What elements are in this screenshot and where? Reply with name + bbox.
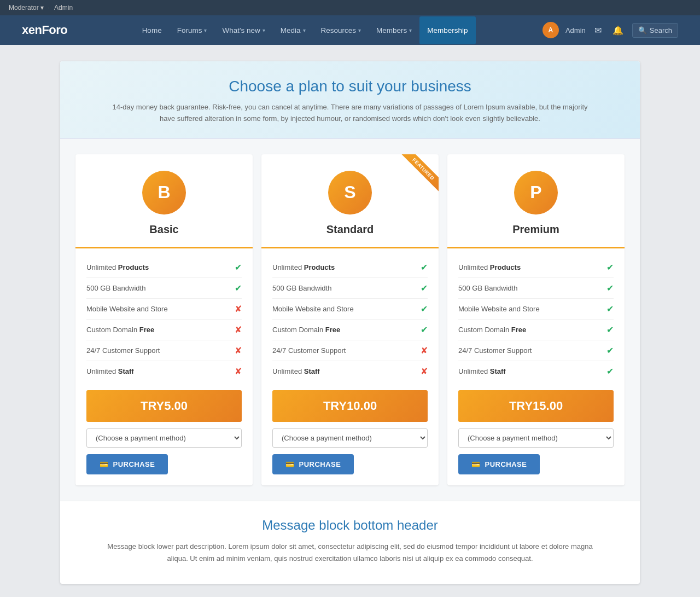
plan-icon-premium: P: [514, 171, 558, 215]
feature-label: 500 GB Bandwidth: [272, 284, 421, 292]
admin-label[interactable]: Admin: [54, 4, 73, 11]
feature-row: Unlimited Products ✔: [458, 257, 614, 278]
feature-label: Custom Domain Free: [458, 326, 606, 334]
check-icon: ✔: [421, 262, 428, 273]
check-icon: ✔: [606, 324, 614, 335]
search-button[interactable]: 🔍 Search: [632, 23, 678, 38]
plan-card-premium: P Premium Unlimited Products ✔ 500 GB Ba…: [447, 154, 625, 485]
plan-card-basic: B Basic Unlimited Products ✔ 500 GB Band…: [75, 154, 253, 485]
purchase-label: PURCHASE: [485, 460, 527, 468]
feature-label: Mobile Website and Store: [86, 305, 235, 313]
message-bottom-text: Message block lower part description. Lo…: [104, 541, 596, 565]
pricing-container: Choose a plan to suit your business 14-d…: [60, 61, 640, 584]
nav-home[interactable]: Home: [135, 16, 170, 44]
feature-label: Custom Domain Free: [272, 326, 421, 334]
feature-label: Unlimited Staff: [86, 367, 235, 375]
payment-section-basic: (Choose a payment method): [75, 422, 253, 454]
feature-row: Unlimited Staff ✘: [272, 361, 428, 381]
purchase-button-standard[interactable]: 💳 PURCHASE: [272, 454, 354, 474]
message-bottom-block: Message block bottom header Message bloc…: [60, 501, 640, 584]
pricing-title: Choose a plan to suit your business: [82, 78, 618, 95]
price-display-basic[interactable]: TRY5.00: [86, 390, 242, 422]
site-header: xenForo Home Forums ▾ What's new ▾ Media…: [0, 15, 700, 45]
feature-label: Unlimited Products: [458, 263, 606, 271]
feature-label: 24/7 Customer Support: [272, 346, 421, 355]
resources-arrow: ▾: [358, 27, 361, 33]
feature-label: Unlimited Staff: [272, 367, 421, 375]
feature-row: Unlimited Products ✔: [272, 257, 428, 278]
feature-row: Mobile Website and Store ✘: [86, 299, 242, 320]
plan-card-standard: S Standard Unlimited Products ✔ 500 GB B…: [261, 154, 439, 485]
main-content: Choose a plan to suit your business 14-d…: [49, 61, 651, 584]
feature-row: Custom Domain Free ✔: [272, 320, 428, 340]
price-display-premium[interactable]: TRY15.00: [458, 390, 614, 422]
nav-whats-new[interactable]: What's new ▾: [214, 16, 272, 44]
nav-membership[interactable]: Membership: [419, 16, 475, 44]
feature-row: Custom Domain Free ✔: [458, 320, 614, 340]
payment-select-standard[interactable]: (Choose a payment method): [272, 428, 428, 448]
feature-label: Unlimited Staff: [458, 367, 606, 375]
price-display-standard[interactable]: TRY10.00: [272, 390, 428, 422]
pricing-header: Choose a plan to suit your business 14-d…: [60, 61, 640, 139]
media-arrow: ▾: [303, 27, 306, 33]
cross-icon: ✘: [421, 366, 428, 376]
admin-bar: Moderator ▾ · Admin: [0, 0, 700, 15]
cross-icon: ✘: [421, 345, 428, 356]
feature-row: Mobile Website and Store ✔: [458, 299, 614, 320]
check-icon: ✔: [606, 345, 614, 356]
nav-media[interactable]: Media ▾: [273, 16, 313, 44]
payment-select-premium[interactable]: (Choose a payment method): [458, 428, 614, 448]
mail-icon[interactable]: ✉: [592, 23, 604, 38]
feature-label: Mobile Website and Store: [458, 305, 606, 313]
purchase-button-basic[interactable]: 💳 PURCHASE: [86, 454, 168, 474]
plan-header-basic: B Basic: [75, 154, 253, 248]
plan-icon-basic: B: [142, 171, 186, 215]
cross-icon: ✘: [235, 304, 242, 314]
search-icon: 🔍: [638, 26, 647, 34]
plan-features-basic: Unlimited Products ✔ 500 GB Bandwidth ✔ …: [75, 248, 253, 390]
forums-arrow: ▾: [204, 27, 207, 33]
purchase-label: PURCHASE: [299, 460, 341, 468]
nav-forums[interactable]: Forums ▾: [170, 16, 215, 44]
feature-label: Mobile Website and Store: [272, 305, 421, 313]
feature-row: 24/7 Customer Support ✘: [272, 340, 428, 361]
site-logo[interactable]: xenForo: [22, 15, 67, 45]
check-icon: ✔: [421, 304, 428, 314]
members-arrow: ▾: [409, 27, 412, 33]
feature-row: 500 GB Bandwidth ✔: [272, 278, 428, 299]
card-icon: 💳: [471, 460, 481, 468]
card-icon: 💳: [100, 460, 109, 468]
nav-members[interactable]: Members ▾: [369, 16, 419, 44]
payment-select-basic[interactable]: (Choose a payment method): [86, 428, 242, 448]
card-icon: 💳: [285, 460, 295, 468]
avatar[interactable]: A: [542, 22, 559, 38]
check-icon: ✔: [606, 366, 614, 376]
feature-label: 500 GB Bandwidth: [86, 284, 235, 292]
avatar-initial: A: [549, 26, 553, 34]
pricing-subtitle: 14-day money back guarantee. Risk-free, …: [104, 102, 596, 125]
feature-label: Unlimited Products: [272, 263, 421, 271]
payment-section-premium: (Choose a payment method): [447, 422, 625, 454]
cross-icon: ✘: [235, 366, 242, 376]
main-nav: Home Forums ▾ What's new ▾ Media ▾ Resou…: [135, 16, 476, 44]
plan-name-standard: Standard: [272, 223, 428, 236]
plan-name-basic: Basic: [86, 223, 242, 236]
search-label: Search: [650, 26, 672, 34]
feature-row: Unlimited Staff ✘: [86, 361, 242, 381]
purchase-label: PURCHASE: [113, 460, 155, 468]
whats-new-arrow: ▾: [262, 27, 265, 33]
feature-row: 24/7 Customer Support ✔: [458, 340, 614, 361]
feature-label: 500 GB Bandwidth: [458, 284, 606, 292]
feature-row: Unlimited Products ✔: [86, 257, 242, 278]
plan-icon-standard: S: [328, 171, 372, 215]
bell-icon[interactable]: 🔔: [610, 23, 626, 38]
feature-row: Unlimited Staff ✔: [458, 361, 614, 381]
nav-resources[interactable]: Resources ▾: [313, 16, 369, 44]
check-icon: ✔: [421, 324, 428, 335]
moderator-menu[interactable]: Moderator ▾: [9, 4, 44, 11]
cross-icon: ✘: [235, 324, 242, 335]
cross-icon: ✘: [235, 345, 242, 356]
purchase-button-premium[interactable]: 💳 PURCHASE: [458, 454, 540, 474]
check-icon: ✔: [235, 262, 242, 273]
admin-username[interactable]: Admin: [565, 26, 586, 34]
